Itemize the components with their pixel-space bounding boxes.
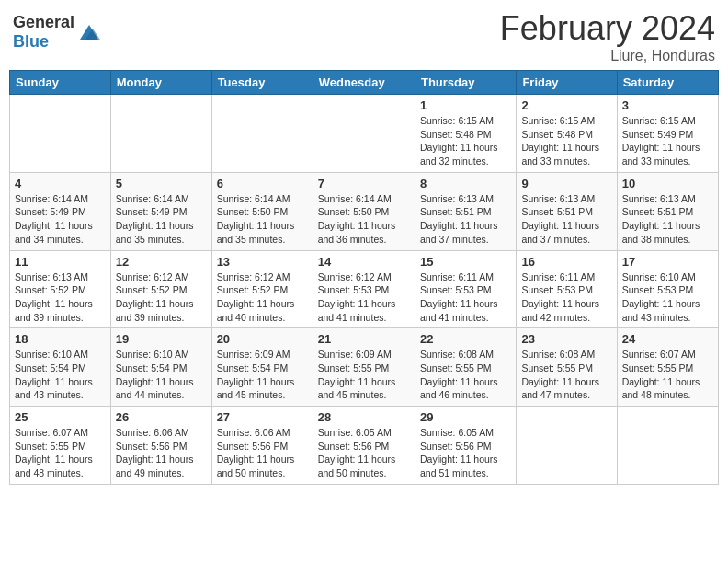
table-row: 2Sunrise: 6:15 AMSunset: 5:48 PMDaylight… (517, 95, 617, 173)
table-row: 27Sunrise: 6:06 AMSunset: 5:56 PMDayligh… (211, 407, 313, 485)
table-row: 10Sunrise: 6:13 AMSunset: 5:51 PMDayligh… (617, 172, 718, 250)
day-number: 25 (15, 410, 106, 424)
day-number: 28 (318, 410, 410, 424)
header-tuesday: Tuesday (211, 71, 313, 95)
day-number: 18 (15, 332, 106, 346)
day-number: 16 (521, 255, 611, 269)
header-monday: Monday (110, 71, 211, 95)
table-row: 19Sunrise: 6:10 AMSunset: 5:54 PMDayligh… (110, 328, 211, 407)
day-number: 19 (116, 332, 207, 346)
table-row: 25Sunrise: 6:07 AMSunset: 5:55 PMDayligh… (10, 407, 111, 485)
day-number: 29 (420, 410, 511, 424)
day-info: Sunrise: 6:12 AMSunset: 5:52 PMDaylight:… (116, 270, 207, 325)
header-sunday: Sunday (10, 71, 111, 95)
table-row: 5Sunrise: 6:14 AMSunset: 5:49 PMDaylight… (110, 172, 211, 250)
day-info: Sunrise: 6:13 AMSunset: 5:52 PMDaylight:… (15, 270, 106, 325)
day-number: 7 (318, 177, 410, 190)
day-number: 14 (318, 255, 410, 269)
day-number: 13 (217, 255, 308, 269)
table-row: 18Sunrise: 6:10 AMSunset: 5:54 PMDayligh… (10, 328, 111, 407)
calendar-week-row: 25Sunrise: 6:07 AMSunset: 5:55 PMDayligh… (10, 407, 719, 485)
day-info: Sunrise: 6:14 AMSunset: 5:50 PMDaylight:… (318, 192, 410, 247)
day-number: 5 (116, 177, 207, 190)
day-info: Sunrise: 6:05 AMSunset: 5:56 PMDaylight:… (420, 426, 511, 480)
calendar-week-row: 4Sunrise: 6:14 AMSunset: 5:49 PMDaylight… (10, 172, 719, 250)
table-row: 15Sunrise: 6:11 AMSunset: 5:53 PMDayligh… (415, 250, 516, 328)
table-row: 11Sunrise: 6:13 AMSunset: 5:52 PMDayligh… (10, 250, 111, 328)
day-info: Sunrise: 6:09 AMSunset: 5:54 PMDaylight:… (217, 348, 308, 402)
day-number: 3 (622, 98, 713, 112)
day-number: 22 (420, 332, 511, 346)
calendar-header-row: Sunday Monday Tuesday Wednesday Thursday… (10, 71, 719, 95)
calendar-week-row: 1Sunrise: 6:15 AMSunset: 5:48 PMDaylight… (10, 95, 719, 173)
logo-text: General Blue (13, 13, 74, 52)
table-row: 20Sunrise: 6:09 AMSunset: 5:54 PMDayligh… (211, 328, 313, 407)
day-info: Sunrise: 6:14 AMSunset: 5:49 PMDaylight:… (15, 192, 106, 247)
day-info: Sunrise: 6:13 AMSunset: 5:51 PMDaylight:… (420, 192, 511, 247)
table-row: 3Sunrise: 6:15 AMSunset: 5:49 PMDaylight… (617, 95, 718, 173)
logo-general: General (13, 13, 74, 31)
table-row: 12Sunrise: 6:12 AMSunset: 5:52 PMDayligh… (110, 250, 211, 328)
table-row: 22Sunrise: 6:08 AMSunset: 5:55 PMDayligh… (415, 328, 516, 407)
day-number: 12 (116, 255, 207, 269)
location-title: Liure, Honduras (500, 48, 715, 64)
day-info: Sunrise: 6:15 AMSunset: 5:48 PMDaylight:… (521, 114, 611, 168)
table-row (10, 95, 111, 173)
day-info: Sunrise: 6:09 AMSunset: 5:55 PMDaylight:… (318, 348, 410, 402)
table-row: 1Sunrise: 6:15 AMSunset: 5:48 PMDaylight… (415, 95, 516, 173)
day-number: 11 (15, 255, 106, 269)
day-number: 1 (420, 98, 511, 112)
table-row: 16Sunrise: 6:11 AMSunset: 5:53 PMDayligh… (517, 250, 617, 328)
day-number: 20 (217, 332, 308, 346)
day-number: 17 (622, 255, 713, 269)
header-thursday: Thursday (415, 71, 516, 95)
table-row: 9Sunrise: 6:13 AMSunset: 5:51 PMDaylight… (517, 172, 617, 250)
day-number: 6 (217, 177, 308, 190)
month-title: February 2024 (500, 9, 715, 48)
calendar-table: Sunday Monday Tuesday Wednesday Thursday… (9, 70, 719, 485)
table-row (110, 95, 211, 173)
day-number: 26 (116, 410, 207, 424)
header-friday: Friday (517, 71, 617, 95)
table-row: 8Sunrise: 6:13 AMSunset: 5:51 PMDaylight… (415, 172, 516, 250)
day-info: Sunrise: 6:06 AMSunset: 5:56 PMDaylight:… (217, 426, 308, 480)
day-number: 23 (521, 332, 611, 346)
day-info: Sunrise: 6:07 AMSunset: 5:55 PMDaylight:… (622, 348, 713, 402)
logo: General Blue (13, 13, 102, 52)
day-info: Sunrise: 6:08 AMSunset: 5:55 PMDaylight:… (521, 348, 611, 402)
day-number: 15 (420, 255, 511, 269)
table-row: 13Sunrise: 6:12 AMSunset: 5:52 PMDayligh… (211, 250, 313, 328)
title-section: February 2024 Liure, Honduras (500, 9, 715, 64)
day-info: Sunrise: 6:07 AMSunset: 5:55 PMDaylight:… (15, 426, 106, 480)
day-number: 27 (217, 410, 308, 424)
logo-icon (76, 19, 102, 45)
table-row: 24Sunrise: 6:07 AMSunset: 5:55 PMDayligh… (617, 328, 718, 407)
table-row: 7Sunrise: 6:14 AMSunset: 5:50 PMDaylight… (313, 172, 415, 250)
table-row (617, 407, 718, 485)
calendar-week-row: 18Sunrise: 6:10 AMSunset: 5:54 PMDayligh… (10, 328, 719, 407)
day-info: Sunrise: 6:11 AMSunset: 5:53 PMDaylight:… (420, 270, 511, 325)
day-info: Sunrise: 6:06 AMSunset: 5:56 PMDaylight:… (116, 426, 207, 480)
day-info: Sunrise: 6:14 AMSunset: 5:49 PMDaylight:… (116, 192, 207, 247)
day-number: 2 (521, 98, 611, 112)
day-info: Sunrise: 6:11 AMSunset: 5:53 PMDaylight:… (521, 270, 611, 325)
day-info: Sunrise: 6:12 AMSunset: 5:53 PMDaylight:… (318, 270, 410, 325)
day-info: Sunrise: 6:15 AMSunset: 5:49 PMDaylight:… (622, 114, 713, 168)
day-number: 8 (420, 177, 511, 190)
day-info: Sunrise: 6:10 AMSunset: 5:54 PMDaylight:… (15, 348, 106, 402)
page-header: General Blue February 2024 Liure, Hondur… (9, 9, 719, 64)
table-row: 29Sunrise: 6:05 AMSunset: 5:56 PMDayligh… (415, 407, 516, 485)
day-info: Sunrise: 6:15 AMSunset: 5:48 PMDaylight:… (420, 114, 511, 168)
table-row: 17Sunrise: 6:10 AMSunset: 5:53 PMDayligh… (617, 250, 718, 328)
day-info: Sunrise: 6:14 AMSunset: 5:50 PMDaylight:… (217, 192, 308, 247)
table-row (517, 407, 617, 485)
day-info: Sunrise: 6:13 AMSunset: 5:51 PMDaylight:… (521, 192, 611, 247)
day-info: Sunrise: 6:12 AMSunset: 5:52 PMDaylight:… (217, 270, 308, 325)
day-number: 4 (15, 177, 106, 190)
table-row: 14Sunrise: 6:12 AMSunset: 5:53 PMDayligh… (313, 250, 415, 328)
table-row: 28Sunrise: 6:05 AMSunset: 5:56 PMDayligh… (313, 407, 415, 485)
table-row (313, 95, 415, 173)
table-row: 6Sunrise: 6:14 AMSunset: 5:50 PMDaylight… (211, 172, 313, 250)
header-wednesday: Wednesday (313, 71, 415, 95)
day-info: Sunrise: 6:05 AMSunset: 5:56 PMDaylight:… (318, 426, 410, 480)
